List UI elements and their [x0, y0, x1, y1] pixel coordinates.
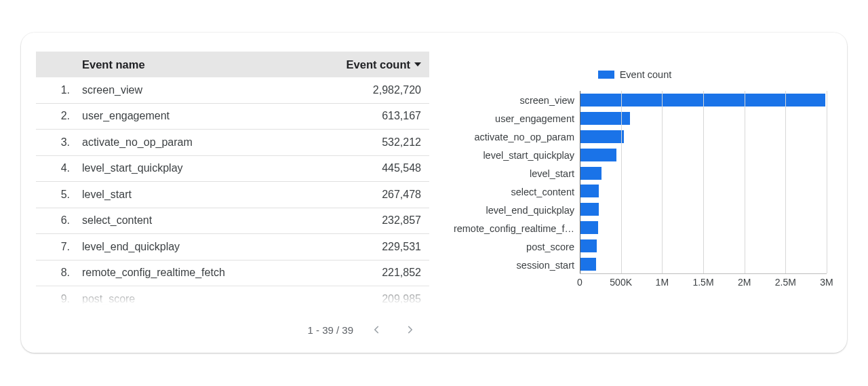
event-table: Event name Event count 1.screen_view2,98…: [36, 52, 429, 341]
row-index: 6.: [36, 214, 82, 227]
row-event-count: 229,531: [299, 241, 421, 253]
row-index: 7.: [36, 241, 82, 253]
chart-y-label: level_start_quickplay: [443, 146, 580, 164]
col-header-count-label: Event count: [347, 58, 410, 71]
chart-gridline: [827, 91, 827, 273]
chart-bar[interactable]: [580, 239, 597, 252]
report-card: Event name Event count 1.screen_view2,98…: [21, 33, 847, 353]
chevron-left-icon: [370, 324, 382, 336]
chart-y-label: session_start: [443, 256, 580, 274]
row-index: 1.: [36, 84, 82, 96]
chart-bar[interactable]: [580, 258, 596, 271]
chart-bar[interactable]: [580, 94, 825, 107]
row-index: 5.: [36, 189, 82, 201]
row-event-name: level_start: [82, 189, 299, 201]
table-row[interactable]: 2.user_engagement613,167: [36, 104, 429, 130]
table-row[interactable]: 1.screen_view2,982,720: [36, 77, 429, 104]
row-event-count: 2,982,720: [299, 84, 421, 96]
table-body: 1.screen_view2,982,7202.user_engagement6…: [36, 77, 429, 313]
chart-x-tick: 1.5M: [692, 277, 713, 288]
chart-bar[interactable]: [580, 185, 599, 197]
row-index: 4.: [36, 162, 82, 174]
pager: 1 - 39 / 39: [36, 313, 429, 341]
chart-y-label: user_engagement: [443, 109, 580, 128]
row-index: 2.: [36, 110, 82, 122]
chart-bar[interactable]: [580, 112, 630, 125]
chart-y-label: screen_view: [443, 91, 580, 109]
chart-bars-area: [580, 91, 827, 274]
chart-bar[interactable]: [580, 130, 624, 143]
chart-bar[interactable]: [580, 221, 598, 234]
row-index: 8.: [36, 267, 82, 279]
sort-desc-icon: [414, 62, 421, 66]
table-row[interactable]: 3.activate_no_op_param532,212: [36, 130, 429, 156]
chart-bar[interactable]: [580, 167, 601, 180]
table-row[interactable]: 6.select_content232,857: [36, 208, 429, 235]
table-row[interactable]: 7.level_end_quickplay229,531: [36, 234, 429, 260]
chart-y-label: remote_config_realtime_f…: [443, 219, 580, 237]
row-event-name: user_engagement: [82, 110, 299, 122]
row-event-count: 532,212: [299, 136, 421, 149]
col-header-count[interactable]: Event count: [299, 58, 421, 71]
pager-prev-button[interactable]: [366, 319, 387, 341]
legend-label: Event count: [620, 69, 672, 80]
chart-x-tick: 500K: [610, 277, 632, 288]
row-event-name: activate_no_op_param: [82, 136, 299, 149]
row-event-count: 267,478: [299, 189, 421, 201]
chart-gridline: [621, 91, 622, 273]
row-event-count: 221,852: [299, 267, 421, 279]
chart-y-label: post_score: [443, 237, 580, 256]
row-index: 9.: [36, 293, 82, 305]
row-event-name: select_content: [82, 214, 299, 227]
chart-legend: Event count: [443, 69, 827, 80]
chart-gridline: [785, 91, 786, 273]
table-header: Event name Event count: [36, 52, 429, 77]
chart-bar[interactable]: [580, 203, 599, 216]
chevron-right-icon: [404, 324, 416, 336]
row-index: 3.: [36, 136, 82, 149]
chart-x-tick: 1M: [656, 277, 669, 288]
chart-x-tick: 2.5M: [775, 277, 796, 288]
chart-bar[interactable]: [580, 149, 616, 161]
row-event-name: level_end_quickplay: [82, 241, 299, 253]
row-event-count: 232,857: [299, 214, 421, 227]
col-header-name[interactable]: Event name: [82, 58, 299, 71]
table-row[interactable]: 8.remote_config_realtime_fetch221,852: [36, 260, 429, 287]
chart-gridline: [580, 91, 580, 273]
chart-y-label: level_end_quickplay: [443, 201, 580, 219]
table-row[interactable]: 4.level_start_quickplay445,548: [36, 156, 429, 182]
row-event-name: screen_view: [82, 84, 299, 96]
chart-y-labels: screen_viewuser_engagementactivate_no_op…: [443, 91, 580, 274]
pager-range: 1 - 39 / 39: [307, 324, 353, 336]
row-event-name: remote_config_realtime_fetch: [82, 267, 299, 279]
row-event-name: post_score: [82, 293, 299, 305]
chart-x-tick: 3M: [820, 277, 833, 288]
row-event-name: level_start_quickplay: [82, 162, 299, 174]
chart-x-tick: 2M: [738, 277, 751, 288]
pager-next-button[interactable]: [399, 319, 421, 341]
event-chart: Event count screen_viewuser_engagementac…: [443, 52, 832, 341]
legend-swatch-icon: [598, 71, 614, 79]
chart-y-label: select_content: [443, 182, 580, 201]
row-event-count: 445,548: [299, 162, 421, 174]
chart-gridline: [703, 91, 704, 273]
chart-y-label: activate_no_op_param: [443, 128, 580, 146]
row-event-count: 613,167: [299, 110, 421, 122]
table-row[interactable]: 5.level_start267,478: [36, 182, 429, 208]
chart-gridline: [662, 91, 663, 273]
chart-y-label: level_start: [443, 164, 580, 182]
table-row[interactable]: 9.post_score209,985: [36, 286, 429, 313]
chart-gridline: [745, 91, 745, 273]
chart-plot: screen_viewuser_engagementactivate_no_op…: [443, 91, 827, 274]
chart-x-tick: 0: [577, 277, 583, 288]
chart-x-axis: 0500K1M1.5M2M2.5M3M: [580, 274, 827, 292]
row-event-count: 209,985: [299, 293, 421, 305]
